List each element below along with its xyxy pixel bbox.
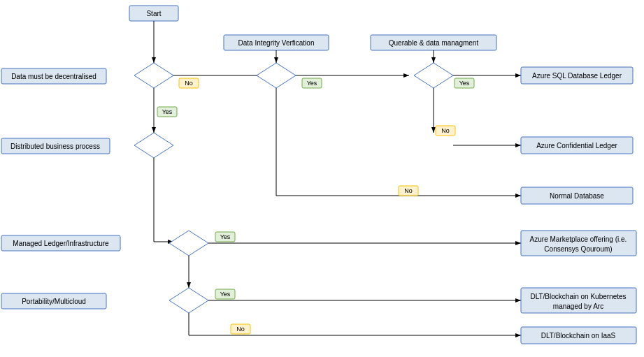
label-decentralised-text: Data must be decentralised (11, 73, 96, 80)
diamond-1 (134, 63, 173, 88)
diamond-5 (169, 231, 208, 256)
out-dlt-k8s-text1: DLT/Blockchain on Kubernetes (530, 293, 626, 300)
badge-yes-2-text: Yes (307, 80, 317, 87)
badge-yes-5-text: Yes (220, 291, 231, 298)
badge-no-2-text: No (441, 127, 450, 134)
diamond-6 (169, 288, 208, 313)
out-dlt-iaas-text: DLT/Blockchain on IaaS (541, 332, 616, 340)
diamond-3 (257, 63, 296, 88)
badge-yes-1-text: Yes (162, 108, 173, 115)
out-azure-marketplace-text1: Azure Marketplace offering (i.e. (530, 235, 627, 243)
flowchart-diagram: Start Data must be decentralised No Yes … (0, 0, 644, 357)
header-querable-text: Querable & data managment (389, 39, 479, 47)
label-managed-text: Managed Ledger/Infrastructure (13, 240, 109, 247)
badge-yes-3-text: Yes (459, 80, 470, 87)
badge-yes-4-text: Yes (220, 233, 231, 240)
diamond-2 (134, 133, 173, 158)
badge-no-4-text: No (236, 326, 245, 333)
badge-no-1-text: No (185, 80, 193, 87)
start-label: Start (146, 10, 161, 17)
badge-no-3-text: No (404, 187, 413, 194)
out-azure-sql-text: Azure SQL Database Ledger (532, 72, 622, 80)
diamond-4 (414, 63, 453, 88)
out-normal-db-text: Normal Database (550, 192, 604, 200)
out-dlt-k8s-text2: managed by Arc (553, 303, 603, 310)
header-data-integrity-text: Data Integrity Verfication (238, 39, 315, 47)
label-distributed-text: Distributed business process (10, 143, 100, 150)
label-portability-text: Portability/Multicloud (22, 298, 86, 305)
out-azure-confidential-text: Azure Confidential Ledger (536, 142, 617, 150)
out-azure-marketplace-text2: Consensys Qouroum) (544, 245, 612, 253)
